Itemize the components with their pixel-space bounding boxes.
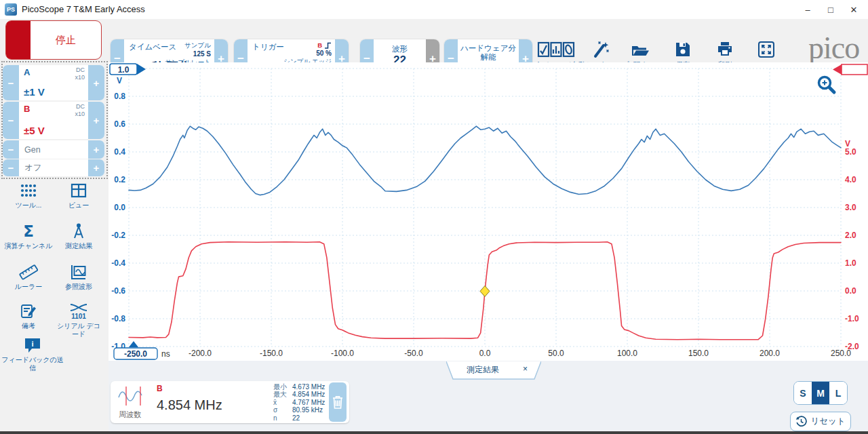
print-icon — [716, 41, 734, 58]
channel-b-block: − B DCx10 ±5 V + — [3, 102, 104, 139]
channel-b-range: ±5 V — [24, 125, 45, 136]
feedback-icon: i — [22, 336, 43, 354]
resolution-label: ハードウェア分解能 — [459, 44, 517, 62]
tools-grid-icon — [20, 182, 37, 199]
right-axis-tick: 1.0 — [845, 258, 856, 268]
tab-measurements-label: 測定結果 — [467, 364, 499, 376]
left-axis-tick: -0.6 — [111, 286, 125, 296]
generator-state-decrease-button[interactable]: − — [3, 159, 19, 176]
x-axis-tick: -50.0 — [404, 349, 423, 358]
sidebar-item-send-feedback[interactable]: i フィードバックの送信 — [1, 336, 64, 372]
channel-a-offset-arrow[interactable] — [137, 64, 146, 75]
channel-b-increase-button[interactable]: + — [88, 102, 104, 139]
reset-label: リセット — [810, 416, 845, 427]
generator-state-panel[interactable]: オフ — [19, 159, 88, 176]
size-small-button[interactable]: S — [794, 382, 812, 404]
maximize-button[interactable]: □ — [819, 0, 842, 19]
right-axis-tick: 5.0 — [845, 147, 856, 157]
stat-sigma-value: 80.95 kHz — [292, 406, 323, 414]
measurement-card[interactable]: 周波数 B 4.854 MHz 最小4.673 MHz 最大4.854 MHz … — [111, 381, 349, 423]
tab-close-icon[interactable]: × — [523, 364, 528, 374]
generator-panel[interactable]: Gen — [19, 140, 88, 159]
x-axis-tick: 200.0 — [760, 349, 780, 358]
left-axis-tick: 0.2 — [114, 175, 125, 184]
trigger-marker[interactable] — [480, 285, 490, 296]
channel-b-offset-box[interactable] — [842, 64, 867, 75]
stat-n-value: 22 — [292, 414, 300, 422]
size-large-button[interactable]: L — [829, 382, 847, 404]
sidebar-item-notes[interactable]: 備考 — [4, 302, 53, 330]
sidebar-item-rulers[interactable]: ルーラー — [4, 263, 53, 291]
sidebar-item-math-channels[interactable]: Σ 演算チャンネル — [4, 222, 53, 250]
channel-b-decrease-button[interactable]: − — [3, 102, 19, 139]
generator-decrease-button[interactable]: − — [3, 140, 19, 159]
left-axis-tick: 0.0 — [114, 203, 125, 212]
notes-icon — [20, 302, 37, 320]
tools-label: ツール... — [16, 201, 42, 210]
serial-decoding-label: シリアル デコード — [54, 322, 103, 338]
close-button[interactable]: ✕ — [842, 0, 865, 19]
samples-value: 125 S — [165, 50, 211, 59]
delete-measurement-button[interactable] — [329, 382, 347, 422]
channel-a-increase-button[interactable]: + — [88, 65, 104, 100]
open-folder-icon — [631, 41, 650, 58]
x-axis-marker-arrow[interactable] — [129, 341, 138, 347]
left-axis-tick: 0.6 — [114, 119, 125, 129]
rising-edge-icon — [324, 42, 332, 50]
channel-a-offset-value: 1.0 — [118, 65, 130, 75]
sidebar-item-views[interactable]: ビュー — [54, 182, 103, 210]
measurements-icon — [70, 222, 87, 240]
channel-a-coupling: DCx10 — [75, 66, 85, 81]
sidebar: − A DCx10 ±1 V + − B DCx10 ±5 V + − Gen … — [0, 62, 108, 434]
x-axis-start-value: -250.0 — [124, 349, 147, 359]
stat-min-value: 4.673 MHz — [292, 383, 325, 391]
tab-measurements[interactable]: 測定結果 × — [446, 361, 541, 380]
stat-max-label: 最大 — [273, 391, 292, 398]
instruments-icon — [537, 41, 575, 58]
reset-button[interactable]: リセット — [790, 412, 851, 431]
sidebar-item-serial-decoding[interactable]: 1101 シリアル デコード — [54, 302, 103, 338]
right-axis-tick: 3.0 — [845, 203, 856, 212]
samples-label: サンプル — [165, 41, 211, 50]
stat-min-label: 最小 — [273, 383, 292, 391]
x-axis-tick: 100.0 — [617, 349, 637, 358]
window-title: PicoScope 7 T&M Early Access — [22, 0, 145, 19]
right-axis-unit: V — [845, 139, 850, 149]
math-channels-icon: Σ — [20, 222, 37, 240]
views-icon — [70, 182, 87, 199]
channel-a-panel[interactable]: A DCx10 ±1 V — [19, 65, 88, 100]
scope-view: 0.80.60.40.20.0-0.2-0.4-0.6-0.8-1.05.04.… — [108, 62, 868, 361]
sidebar-item-reference-waveforms[interactable]: 参照波形 — [54, 263, 103, 291]
measurements-label: 測定結果 — [65, 242, 92, 250]
x-axis-tick: 250.0 — [831, 349, 851, 358]
stop-button[interactable]: 停止 — [5, 20, 102, 60]
channel-b-panel[interactable]: B DCx10 ±5 V — [19, 102, 88, 139]
send-feedback-label: フィードバックの送信 — [1, 356, 64, 372]
size-medium-button[interactable]: M — [812, 382, 829, 404]
sidebar-item-measurements[interactable]: 測定結果 — [54, 222, 103, 250]
serial-decode-icon: 1101 — [68, 302, 90, 320]
measurement-channel: B — [157, 384, 163, 393]
right-axis-tick: 2.0 — [845, 231, 856, 240]
generator-increase-button[interactable]: + — [88, 140, 104, 159]
taskbar-edge — [0, 431, 868, 434]
app-icon: PS — [5, 3, 17, 16]
pico-brand-text: pico — [808, 30, 859, 66]
stat-mean-label: x̄ — [273, 399, 292, 406]
generator-state-increase-button[interactable]: + — [88, 159, 104, 176]
left-axis-tick: 0.8 — [114, 92, 125, 101]
channel-a-decrease-button[interactable]: − — [3, 65, 19, 100]
math-channels-label: 演算チャンネル — [4, 242, 52, 250]
right-axis-tick: 4.0 — [845, 175, 856, 184]
channel-b-name: B — [24, 104, 30, 114]
svg-text:i: i — [31, 340, 33, 348]
toolbar: 停止 − タイムベース 50 n秒/区分 サンプル 125 S サンプルレート … — [0, 19, 868, 62]
stat-n-label: n — [273, 414, 292, 422]
channel-a-name: A — [24, 67, 30, 77]
minimize-button[interactable]: – — [796, 0, 819, 19]
channel-b-offset-arrow[interactable] — [833, 64, 842, 75]
scope-plot[interactable]: 0.80.60.40.20.0-0.2-0.4-0.6-0.8-1.05.04.… — [108, 62, 868, 361]
sidebar-item-tools[interactable]: ツール... — [4, 182, 53, 210]
ruler-icon — [19, 263, 38, 281]
trigger-level: 50 % — [283, 50, 332, 58]
